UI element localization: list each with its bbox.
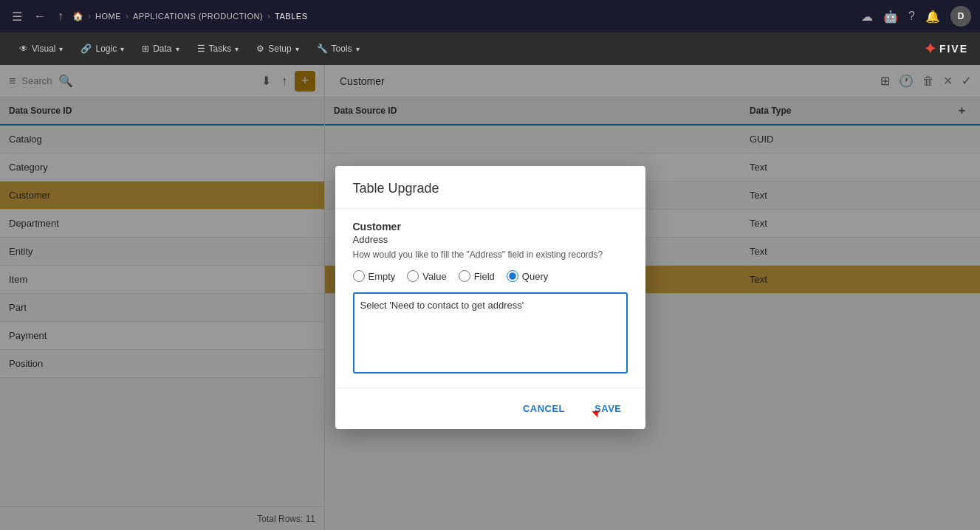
- nav-label-tasks: Tasks: [209, 44, 232, 54]
- modal-overlay: Table Upgrade Customer Address How would…: [0, 65, 980, 530]
- dialog-header: Table Upgrade: [335, 166, 645, 209]
- nav-item-visual[interactable]: 👁 Visual ▾: [12, 39, 70, 58]
- visual-icon: 👁: [19, 44, 28, 54]
- cloud-icon[interactable]: ☁: [861, 10, 873, 24]
- table-upgrade-dialog: Table Upgrade Customer Address How would…: [335, 166, 645, 429]
- dialog-field: Address: [353, 234, 628, 245]
- radio-field[interactable]: Field: [459, 270, 495, 282]
- dialog-title: Table Upgrade: [353, 181, 628, 196]
- radio-value-input[interactable]: [407, 270, 419, 282]
- dialog-footer: CANCEL SAVE: [335, 388, 645, 429]
- radio-query[interactable]: Query: [507, 270, 548, 282]
- radio-query-label: Query: [522, 271, 548, 282]
- radio-field-input[interactable]: [459, 270, 470, 282]
- nav-item-data[interactable]: ⊞ Data ▾: [134, 39, 186, 58]
- logo-icon: ✦: [924, 40, 936, 58]
- nav-item-tasks[interactable]: ☰ Tasks ▾: [190, 39, 247, 58]
- up-icon[interactable]: ↑: [55, 7, 66, 26]
- dialog-body: Customer Address How would you like to f…: [335, 209, 645, 388]
- robot-icon[interactable]: 🤖: [883, 10, 898, 24]
- radio-value[interactable]: Value: [407, 270, 446, 282]
- nav-item-tools[interactable]: 🔧 Tools ▾: [309, 39, 367, 58]
- nav-label-setup: Setup: [268, 44, 291, 54]
- main-content: ≡ Search 🔍 ⬇ ↑ + Data Source ID Catalog …: [0, 65, 980, 530]
- tasks-icon: ☰: [197, 44, 205, 54]
- dialog-entity: Customer: [353, 221, 628, 233]
- nav-label-logic: Logic: [95, 44, 117, 54]
- nav-item-logic[interactable]: 🔗 Logic ▾: [73, 39, 131, 58]
- tools-icon: 🔧: [317, 44, 328, 54]
- radio-empty[interactable]: Empty: [353, 270, 396, 282]
- nav-label-visual: Visual: [32, 44, 55, 54]
- logo-text: FIVE: [939, 43, 968, 55]
- second-navigation: 👁 Visual ▾ 🔗 Logic ▾ ⊞ Data ▾ ☰ Tasks ▾ …: [0, 32, 980, 65]
- nav-item-setup[interactable]: ⚙ Setup ▾: [249, 39, 306, 58]
- data-icon: ⊞: [142, 44, 149, 54]
- bell-icon[interactable]: 🔔: [925, 10, 940, 24]
- breadcrumb: 🏠 › HOME › APPLICATIONS (PRODUCTION) › T…: [72, 11, 855, 21]
- setup-icon: ⚙: [256, 44, 264, 54]
- five-logo: ✦ FIVE: [924, 40, 968, 58]
- cancel-button[interactable]: CANCEL: [511, 397, 577, 420]
- breadcrumb-applications[interactable]: APPLICATIONS (PRODUCTION): [133, 12, 263, 21]
- back-icon[interactable]: ←: [31, 7, 49, 26]
- home-icon: 🏠: [72, 11, 83, 21]
- menu-icon[interactable]: ☰: [9, 7, 25, 27]
- radio-field-label: Field: [474, 271, 495, 282]
- save-button[interactable]: SAVE: [583, 397, 633, 420]
- nav-label-tools: Tools: [332, 44, 352, 54]
- query-textarea[interactable]: Select 'Need to contact to get address': [353, 292, 628, 374]
- top-right-icons: ☁ 🤖 ? 🔔 D: [861, 6, 971, 27]
- radio-empty-label: Empty: [369, 271, 396, 282]
- radio-value-label: Value: [422, 271, 446, 282]
- dialog-question: How would you like to fill the "Address"…: [353, 249, 628, 260]
- radio-query-input[interactable]: [507, 270, 518, 282]
- logic-icon: 🔗: [80, 44, 92, 54]
- radio-empty-input[interactable]: [353, 270, 365, 282]
- top-navigation: ☰ ← ↑ 🏠 › HOME › APPLICATIONS (PRODUCTIO…: [0, 0, 980, 32]
- breadcrumb-home[interactable]: HOME: [95, 12, 121, 21]
- avatar[interactable]: D: [950, 6, 971, 27]
- breadcrumb-tables[interactable]: TABLES: [275, 12, 307, 21]
- nav-label-data: Data: [153, 44, 171, 54]
- radio-group: Empty Value Field Query: [353, 270, 628, 282]
- help-icon[interactable]: ?: [908, 10, 915, 23]
